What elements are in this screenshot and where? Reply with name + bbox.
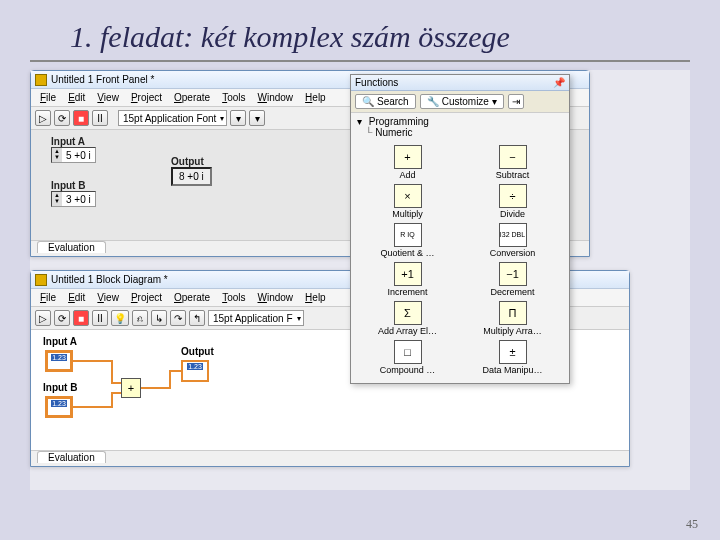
- retain-wire-button[interactable]: ⎌: [132, 310, 148, 326]
- abort-button[interactable]: ■: [73, 110, 89, 126]
- functions-palette[interactable]: Functions 📌 🔍 Search 🔧 Customize ▾ ⇥ ▾ P…: [350, 74, 570, 384]
- bd-menu-edit[interactable]: Edit: [63, 291, 90, 304]
- highlight-exec-button[interactable]: 💡: [111, 310, 129, 326]
- palette-conversion[interactable]: I32 DBLConversion: [466, 223, 559, 258]
- palette-decrement[interactable]: −1Decrement: [466, 262, 559, 297]
- palette-increment[interactable]: +1Increment: [361, 262, 454, 297]
- palette-divide[interactable]: ÷Divide: [466, 184, 559, 219]
- slide-page-number: 45: [686, 517, 698, 532]
- bd-menu-help[interactable]: Help: [300, 291, 331, 304]
- bd-font-selector[interactable]: 15pt Application F: [208, 310, 304, 326]
- input-b-label: Input B: [51, 180, 96, 191]
- run-cont-button[interactable]: ⟳: [54, 110, 70, 126]
- bd-menu-view[interactable]: View: [92, 291, 124, 304]
- stepper-a[interactable]: ▲▼: [52, 148, 62, 162]
- search-icon: 🔍: [362, 96, 374, 107]
- step-over-button[interactable]: ↷: [170, 310, 186, 326]
- bd-pause-button[interactable]: II: [92, 310, 108, 326]
- palette-grid: +Add −Subtract ×Multiply ÷Divide R IQQuo…: [351, 141, 569, 383]
- input-a-field[interactable]: ▲▼ 5 +0 i: [51, 147, 96, 163]
- bd-run-button[interactable]: ▷: [35, 310, 51, 326]
- wrench-icon: 🔧: [427, 96, 439, 107]
- sum-array-icon: Σ: [394, 301, 422, 325]
- subtract-icon: −: [499, 145, 527, 169]
- breadcrumb: ▾ Programming └ Numeric: [351, 113, 569, 141]
- divide-icon: ÷: [499, 184, 527, 208]
- slide-title: 1. feladat: két komplex szám összege: [30, 0, 690, 62]
- functions-toolbar: 🔍 Search 🔧 Customize ▾ ⇥: [351, 91, 569, 113]
- chevron-down-icon: ▾: [492, 96, 497, 107]
- distribute-button[interactable]: ▾: [249, 110, 265, 126]
- bd-node-b-label: Input B: [43, 382, 77, 393]
- palette-data-manip[interactable]: ±Data Manipu…: [466, 340, 559, 375]
- pause-button[interactable]: II: [92, 110, 108, 126]
- functions-titlebar[interactable]: Functions 📌: [351, 75, 569, 91]
- crumb-programming[interactable]: Programming: [369, 116, 429, 127]
- palette-add-array[interactable]: ΣAdd Array El…: [361, 301, 454, 336]
- menu-view[interactable]: View: [92, 91, 124, 104]
- collapse-icon[interactable]: ▾: [357, 116, 362, 127]
- multiply-icon: ×: [394, 184, 422, 208]
- bd-node-a-label: Input A: [43, 336, 77, 347]
- run-button[interactable]: ▷: [35, 110, 51, 126]
- bd-menu-operate[interactable]: Operate: [169, 291, 215, 304]
- compound-icon: □: [394, 340, 422, 364]
- palette-multiply[interactable]: ×Multiply: [361, 184, 454, 219]
- conversion-icon: I32 DBL: [499, 223, 527, 247]
- output-indicator: 8 +0 i: [171, 167, 212, 186]
- stepper-b[interactable]: ▲▼: [52, 192, 62, 206]
- crumb-numeric[interactable]: Numeric: [375, 127, 412, 138]
- quotient-icon: R IQ: [394, 223, 422, 247]
- pin-icon[interactable]: 📌: [553, 77, 565, 88]
- screenshot-stage: Untitled 1 Front Panel * File Edit View …: [30, 70, 690, 490]
- output-label: Output: [171, 156, 212, 167]
- bd-menu-project[interactable]: Project: [126, 291, 167, 304]
- customize-button[interactable]: 🔧 Customize ▾: [420, 94, 504, 109]
- menu-window[interactable]: Window: [253, 91, 299, 104]
- bd-run-cont-button[interactable]: ⟳: [54, 310, 70, 326]
- step-into-button[interactable]: ↳: [151, 310, 167, 326]
- search-button[interactable]: 🔍 Search: [355, 94, 416, 109]
- menu-project[interactable]: Project: [126, 91, 167, 104]
- palette-compound[interactable]: □Compound …: [361, 340, 454, 375]
- menu-file[interactable]: File: [35, 91, 61, 104]
- labview-icon: [35, 74, 47, 86]
- bd-node-out-label: Output: [181, 346, 214, 357]
- palette-subtract[interactable]: −Subtract: [466, 145, 559, 180]
- palette-quotient[interactable]: R IQQuotient & …: [361, 223, 454, 258]
- front-panel-title: Untitled 1 Front Panel *: [51, 74, 154, 85]
- decrement-icon: −1: [499, 262, 527, 286]
- terminal-input-a[interactable]: 1.23: [45, 350, 73, 372]
- product-array-icon: Π: [499, 301, 527, 325]
- increment-icon: +1: [394, 262, 422, 286]
- add-icon: +: [394, 145, 422, 169]
- menu-operate[interactable]: Operate: [169, 91, 215, 104]
- terminal-output[interactable]: 1.23: [181, 360, 209, 382]
- bd-menu-window[interactable]: Window: [253, 291, 299, 304]
- labview-icon: [35, 274, 47, 286]
- add-function-node[interactable]: +: [121, 378, 141, 398]
- functions-title-text: Functions: [355, 77, 398, 88]
- terminal-input-b[interactable]: 1.23: [45, 396, 73, 418]
- bd-menu-tools[interactable]: Tools: [217, 291, 250, 304]
- step-out-button[interactable]: ↰: [189, 310, 205, 326]
- palette-mult-array[interactable]: ΠMultiply Arra…: [466, 301, 559, 336]
- fp-status-tab[interactable]: Evaluation: [37, 241, 106, 253]
- menu-help[interactable]: Help: [300, 91, 331, 104]
- bd-title: Untitled 1 Block Diagram *: [51, 274, 168, 285]
- menu-edit[interactable]: Edit: [63, 91, 90, 104]
- input-b-field[interactable]: ▲▼ 3 +0 i: [51, 191, 96, 207]
- menu-tools[interactable]: Tools: [217, 91, 250, 104]
- font-selector[interactable]: 15pt Application Font: [118, 110, 227, 126]
- bd-status-tab[interactable]: Evaluation: [37, 451, 106, 463]
- attach-button[interactable]: ⇥: [508, 94, 524, 109]
- align-button[interactable]: ▾: [230, 110, 246, 126]
- data-manip-icon: ±: [499, 340, 527, 364]
- bd-menu-file[interactable]: File: [35, 291, 61, 304]
- input-a-label: Input A: [51, 136, 96, 147]
- palette-add[interactable]: +Add: [361, 145, 454, 180]
- bd-statusbar: Evaluation: [31, 450, 629, 466]
- bd-abort-button[interactable]: ■: [73, 310, 89, 326]
